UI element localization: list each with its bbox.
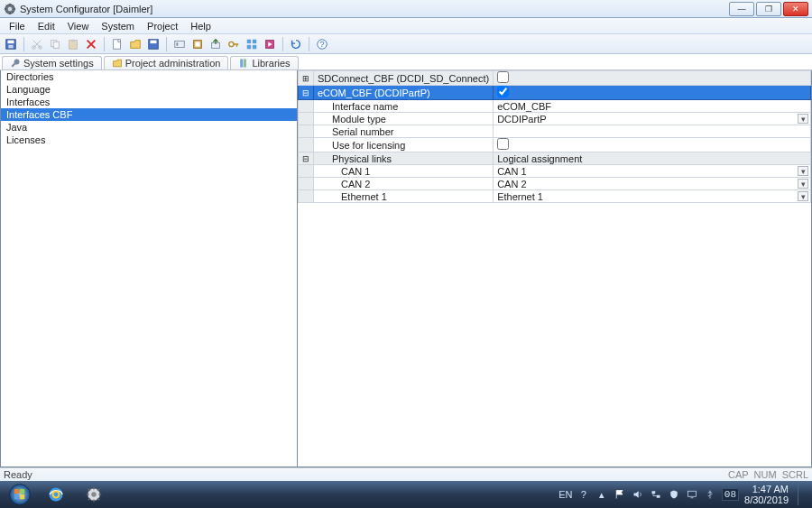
row-value[interactable]: CAN 1▾	[494, 165, 811, 178]
tab-label: Project administration	[125, 58, 221, 69]
delete-icon[interactable]	[84, 37, 98, 51]
status-scrl: SCRL	[782, 469, 808, 480]
save-as-icon[interactable]	[146, 37, 161, 51]
sdconnect-checkbox[interactable]	[497, 71, 509, 83]
row-value[interactable]: Ethernet 1▾	[494, 190, 811, 203]
expand-icon[interactable]: ⊞	[299, 71, 314, 86]
open-icon[interactable]	[128, 37, 143, 51]
row-interface-name[interactable]: Interface name eCOM_CBF	[299, 100, 811, 113]
tray-clock[interactable]: 1:47 AM 8/30/2019	[744, 484, 789, 505]
status-num: NUM	[754, 469, 777, 480]
run-icon[interactable]	[263, 37, 277, 51]
menu-edit[interactable]: Edit	[32, 20, 60, 32]
collapse-icon[interactable]: ⊟	[299, 86, 314, 100]
close-button[interactable]: ✕	[783, 2, 808, 16]
row-serial-number[interactable]: Serial number	[299, 125, 811, 138]
svg-rect-33	[20, 494, 24, 499]
menu-help[interactable]: Help	[185, 20, 217, 32]
chevron-down-icon[interactable]: ▾	[798, 179, 808, 189]
menu-project[interactable]: Project	[142, 20, 183, 32]
tab-project-administration[interactable]: Project administration	[104, 56, 229, 69]
chevron-down-icon[interactable]: ▾	[798, 114, 808, 124]
svg-rect-15	[177, 42, 179, 46]
clock-time: 1:47 AM	[744, 484, 789, 494]
row-value[interactable]: DCDIPartP▾	[494, 113, 811, 125]
tray-network-icon[interactable]	[650, 488, 662, 501]
help-icon[interactable]: ?	[315, 37, 329, 51]
book-icon	[238, 58, 249, 69]
row-label: Module type	[314, 113, 494, 125]
menu-view[interactable]: View	[62, 20, 95, 32]
property-grid: ⊞ SDConnect_CBF (DCDI_SD_Connect) ⊟ eCOM…	[298, 70, 811, 203]
row-use-for-licensing[interactable]: Use for licensing	[299, 138, 811, 152]
menu-bar: File Edit View System Project Help	[0, 18, 812, 34]
license-checkbox[interactable]	[497, 138, 509, 150]
svg-text:?: ?	[319, 38, 324, 48]
sidebar-item-language[interactable]: Language	[1, 83, 297, 96]
row-ethernet1[interactable]: Ethernet 1 Ethernet 1▾	[299, 190, 811, 203]
chevron-down-icon[interactable]: ▾	[798, 166, 808, 176]
row-value[interactable]: eCOM_CBF	[494, 100, 811, 113]
ecom-checkbox[interactable]	[497, 86, 509, 97]
tray-help-icon[interactable]: ?	[577, 488, 590, 501]
taskbar-app-icon[interactable]	[76, 484, 112, 505]
row-can2[interactable]: CAN 2 CAN 2▾	[299, 178, 811, 190]
taskbar-ie-icon[interactable]	[38, 484, 74, 505]
tray-monitor-icon[interactable]	[686, 488, 698, 501]
tray-shield-icon[interactable]	[668, 488, 680, 501]
row-label: CAN 2	[314, 178, 494, 190]
tab-libraries[interactable]: Libraries	[230, 56, 298, 69]
row-value[interactable]	[494, 71, 811, 86]
menu-system[interactable]: System	[96, 20, 140, 32]
row-value[interactable]	[494, 125, 811, 138]
save-icon[interactable]	[4, 37, 18, 51]
new-doc-icon[interactable]	[110, 37, 125, 51]
config-icon[interactable]	[172, 37, 187, 51]
tray-keyboard-indicator[interactable]: 08	[722, 488, 739, 501]
maximize-button[interactable]: ❐	[756, 2, 781, 16]
tray-chevron-up-icon[interactable]: ▴	[595, 488, 608, 501]
key-icon[interactable]	[226, 37, 241, 51]
sidebar-item-interfaces-cbf[interactable]: Interfaces CBF	[1, 108, 297, 121]
row-label: SDConnect_CBF (DCDI_SD_Connect)	[314, 71, 494, 86]
svg-rect-31	[20, 489, 24, 494]
tray-usb-icon[interactable]	[704, 488, 716, 501]
grid-icon[interactable]	[245, 37, 259, 51]
row-module-type[interactable]: Module type DCDIPartP▾	[299, 113, 811, 125]
tray-flag-icon[interactable]	[614, 488, 626, 501]
menu-file[interactable]: File	[4, 20, 31, 32]
row-label: CAN 1	[314, 165, 494, 178]
row-can1[interactable]: CAN 1 CAN 1▾	[299, 165, 811, 178]
svg-rect-40	[687, 491, 696, 496]
sidebar-item-directories[interactable]: Directories	[1, 70, 297, 83]
sidebar-item-interfaces[interactable]: Interfaces	[1, 96, 297, 108]
chevron-down-icon[interactable]: ▾	[798, 191, 808, 201]
show-desktop-button[interactable]	[798, 484, 805, 505]
status-cap: CAP	[728, 469, 749, 480]
row-value[interactable]: CAN 2▾	[494, 178, 811, 190]
svg-point-34	[49, 487, 62, 501]
sidebar-item-java[interactable]: Java	[1, 121, 297, 134]
sidebar-item-licenses[interactable]: Licenses	[1, 134, 297, 146]
minimize-button[interactable]: —	[729, 2, 754, 16]
export-icon[interactable]	[208, 37, 223, 51]
tray-lang[interactable]: EN	[559, 488, 572, 501]
tab-system-settings[interactable]: System settings	[2, 56, 102, 69]
start-button[interactable]	[4, 482, 36, 507]
wrench-icon	[10, 58, 21, 69]
row-physical-links[interactable]: ⊟ Physical links Logical assignment	[299, 152, 811, 165]
tray-volume-icon[interactable]	[632, 488, 644, 501]
svg-rect-22	[247, 44, 251, 48]
svg-rect-4	[8, 44, 13, 48]
row-sdconnect[interactable]: ⊞ SDConnect_CBF (DCDI_SD_Connect)	[299, 71, 811, 86]
collapse-icon[interactable]: ⊟	[299, 152, 314, 165]
svg-point-1	[8, 6, 12, 10]
row-value[interactable]	[494, 86, 811, 100]
svg-rect-3	[8, 40, 14, 43]
refresh-icon[interactable]	[289, 37, 303, 51]
row-value: Logical assignment	[494, 152, 811, 165]
module-icon[interactable]	[190, 37, 205, 51]
window-title: System Configurator [Daimler]	[20, 4, 729, 14]
row-ecom[interactable]: ⊟ eCOM_CBF (DCDIPartP)	[299, 86, 811, 100]
row-value[interactable]	[494, 138, 811, 152]
